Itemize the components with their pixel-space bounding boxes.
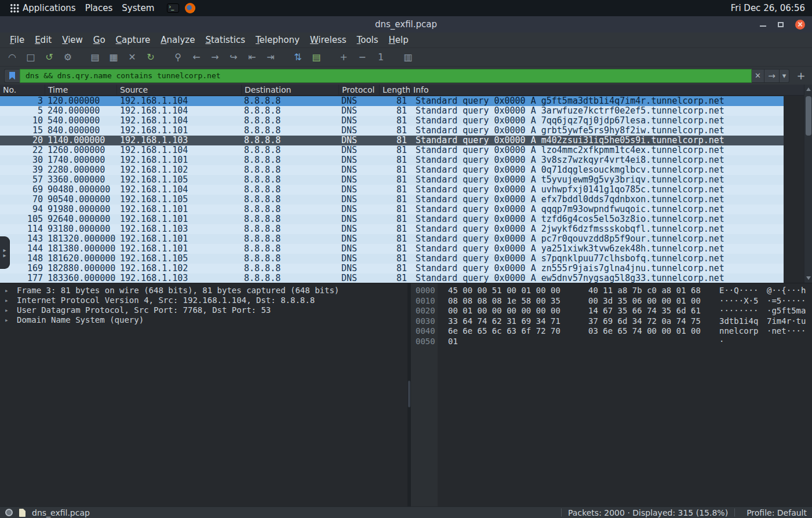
- packet-no: 30: [0, 155, 45, 165]
- menu-item[interactable]: View: [57, 34, 88, 46]
- detail-tree-item[interactable]: ▸ User Datagram Protocol, Src Port: 7768…: [0, 305, 407, 315]
- menu-item[interactable]: Help: [384, 34, 414, 46]
- expand-arrow-icon[interactable]: ▸: [5, 305, 17, 315]
- packet-row[interactable]: 5 240.000000 192.168.1.104 8.8.8.8 DNS 8…: [0, 106, 784, 116]
- packet-row[interactable]: 22 1260.000000 192.168.1.104 8.8.8.8 DNS…: [0, 145, 784, 155]
- applications-menu[interactable]: Applications: [6, 0, 81, 16]
- packet-row[interactable]: 57 3360.000000 192.168.1.105 8.8.8.8 DNS…: [0, 175, 784, 185]
- filter-dropdown-button[interactable]: ▾: [780, 69, 789, 83]
- capture-file-properties-icon[interactable]: [5, 509, 13, 516]
- column-header-length[interactable]: Length: [380, 85, 410, 95]
- packet-row[interactable]: 70 90540.000000 192.168.1.105 8.8.8.8 DN…: [0, 195, 784, 205]
- stop-capture-button[interactable]: □: [22, 50, 39, 65]
- hex-row[interactable]: 0010 08 08 08 08 1e 58 00 35 00 3d 35 06…: [411, 296, 812, 307]
- close-button[interactable]: [795, 20, 805, 30]
- packet-row[interactable]: 177 183360.000000 192.168.1.103 8.8.8.8 …: [0, 273, 784, 283]
- packet-row[interactable]: 114 93180.000000 192.168.1.103 8.8.8.8 D…: [0, 224, 784, 234]
- packet-list-scrollbar[interactable]: [804, 85, 812, 283]
- firefox-launcher-icon[interactable]: [185, 3, 195, 13]
- expand-arrow-icon[interactable]: ▸: [5, 296, 17, 305]
- menu-item[interactable]: Edit: [30, 34, 57, 46]
- restart-capture-button[interactable]: ↺: [41, 50, 58, 65]
- packet-row[interactable]: 3 120.000000 192.168.1.104 8.8.8.8 DNS 8…: [0, 96, 784, 106]
- column-header-destination[interactable]: Destination: [242, 85, 339, 95]
- menu-item[interactable]: Statistics: [200, 34, 250, 46]
- clear-filter-button[interactable]: ✕: [752, 69, 764, 83]
- zoom-original-button[interactable]: 1: [372, 50, 389, 65]
- packet-row[interactable]: 94 91980.000000 192.168.1.101 8.8.8.8 DN…: [0, 205, 784, 214]
- go-back-button[interactable]: ←: [188, 50, 205, 65]
- menu-item[interactable]: Go: [88, 34, 111, 46]
- expand-arrow-icon[interactable]: ▸: [5, 286, 17, 296]
- hex-row[interactable]: 0050 01 ·: [411, 337, 812, 347]
- menu-item[interactable]: Capture: [111, 34, 156, 46]
- go-forward-button[interactable]: →: [206, 50, 224, 65]
- reload-file-button[interactable]: ↻: [142, 50, 159, 65]
- packet-row[interactable]: 143 181320.000000 192.168.1.101 8.8.8.8 …: [0, 234, 784, 244]
- detail-tree-item[interactable]: ▸ Domain Name System (query): [0, 315, 407, 325]
- splitter-handle[interactable]: [408, 381, 410, 407]
- apply-filter-button[interactable]: →: [764, 69, 780, 83]
- maximize-button[interactable]: [778, 22, 784, 27]
- add-filter-button[interactable]: +: [794, 69, 808, 83]
- menu-item[interactable]: Telephony: [250, 34, 305, 46]
- places-menu[interactable]: Places: [81, 0, 118, 16]
- filter-bookmark-button[interactable]: [4, 69, 20, 83]
- go-to-packet-button[interactable]: ↪: [225, 50, 242, 65]
- column-header-no[interactable]: No.: [0, 85, 45, 95]
- menu-item[interactable]: Wireless: [305, 34, 352, 46]
- scroll-down-arrow-icon[interactable]: [806, 276, 811, 280]
- open-file-button[interactable]: ▤: [86, 50, 104, 65]
- packet-row[interactable]: 105 92640.000000 192.168.1.101 8.8.8.8 D…: [0, 214, 784, 224]
- hex-row[interactable]: 0020 00 01 00 00 00 00 00 00 14 67 35 66…: [411, 306, 812, 316]
- go-first-packet-button[interactable]: ⇤: [243, 50, 261, 65]
- detail-tree-item[interactable]: ▸ Internet Protocol Version 4, Src: 192.…: [0, 296, 407, 305]
- capture-options-button[interactable]: ⚙: [59, 50, 77, 65]
- packet-row[interactable]: 148 181620.000000 192.168.1.105 8.8.8.8 …: [0, 254, 784, 264]
- terminal-launcher-icon[interactable]: [167, 3, 179, 13]
- scroll-up-arrow-icon[interactable]: [806, 87, 811, 91]
- save-file-button[interactable]: ▦: [105, 50, 122, 65]
- window-titlebar[interactable]: dns_exfil.pcap: [0, 16, 812, 32]
- packet-row[interactable]: 10 540.000000 192.168.1.104 8.8.8.8 DNS …: [0, 116, 784, 126]
- profile-selector[interactable]: Profile: Default: [747, 508, 807, 517]
- system-menu[interactable]: System: [117, 0, 159, 16]
- colorize-button[interactable]: ▤: [308, 50, 325, 65]
- column-header-source[interactable]: Source: [117, 85, 242, 95]
- go-last-packet-button[interactable]: ⇥: [262, 50, 279, 65]
- minimize-button[interactable]: [760, 25, 766, 27]
- packet-protocol: DNS: [339, 205, 380, 214]
- start-capture-button[interactable]: ◠: [3, 50, 21, 65]
- column-header-info[interactable]: Info: [410, 85, 812, 95]
- hex-row[interactable]: 0000 45 00 00 51 00 01 00 00 40 11 a8 7b…: [411, 286, 812, 296]
- zoom-out-button[interactable]: −: [354, 50, 371, 65]
- packet-row[interactable]: 169 182880.000000 192.168.1.102 8.8.8.8 …: [0, 264, 784, 273]
- close-file-button[interactable]: ✕: [123, 50, 141, 65]
- clock[interactable]: Fri Dec 26, 06:56: [730, 3, 806, 13]
- zoom-in-button[interactable]: +: [335, 50, 352, 65]
- resize-columns-button[interactable]: ▥: [399, 50, 417, 65]
- menu-item[interactable]: File: [5, 34, 30, 46]
- packet-row[interactable]: 39 2280.000000 192.168.1.102 8.8.8.8 DNS…: [0, 165, 784, 175]
- column-header-protocol[interactable]: Protocol: [339, 85, 380, 95]
- hidden-dock-handle[interactable]: ▸ ▸: [0, 236, 10, 269]
- column-header-time[interactable]: Time: [45, 85, 117, 95]
- expand-arrow-icon[interactable]: ▸: [5, 315, 17, 325]
- packet-row[interactable]: 144 181380.000000 192.168.1.101 8.8.8.8 …: [0, 244, 784, 254]
- packet-row[interactable]: 69 90480.000000 192.168.1.104 8.8.8.8 DN…: [0, 185, 784, 195]
- packet-source: 192.168.1.104: [117, 106, 242, 116]
- packet-row[interactable]: 20 1140.000000 192.168.1.103 8.8.8.8 DNS…: [0, 136, 784, 145]
- display-filter-input[interactable]: dns && dns.qry.name contains tunnelcorp.…: [20, 69, 752, 83]
- scrollbar-thumb[interactable]: [806, 96, 811, 136]
- detail-tree-item[interactable]: ▸ Frame 3: 81 bytes on wire (648 bits), …: [0, 286, 407, 296]
- hex-row[interactable]: 0040 6e 6e 65 6c 63 6f 72 70 03 6e 65 74…: [411, 326, 812, 337]
- menu-item[interactable]: Tools: [352, 34, 384, 46]
- find-packet-button[interactable]: ⚲: [169, 50, 187, 65]
- menu-item[interactable]: Analyze: [155, 34, 200, 46]
- packet-row[interactable]: 30 1740.000000 192.168.1.101 8.8.8.8 DNS…: [0, 155, 784, 165]
- capture-comment-icon[interactable]: [19, 509, 26, 517]
- hex-row[interactable]: 0030 33 64 74 62 31 69 34 71 37 69 6d 34…: [411, 316, 812, 327]
- auto-scroll-button[interactable]: ⇅: [289, 50, 307, 65]
- hex-bytes-1: 00 01 00 00 00 00 00 00: [448, 306, 562, 316]
- packet-row[interactable]: 15 840.000000 192.168.1.101 8.8.8.8 DNS …: [0, 126, 784, 136]
